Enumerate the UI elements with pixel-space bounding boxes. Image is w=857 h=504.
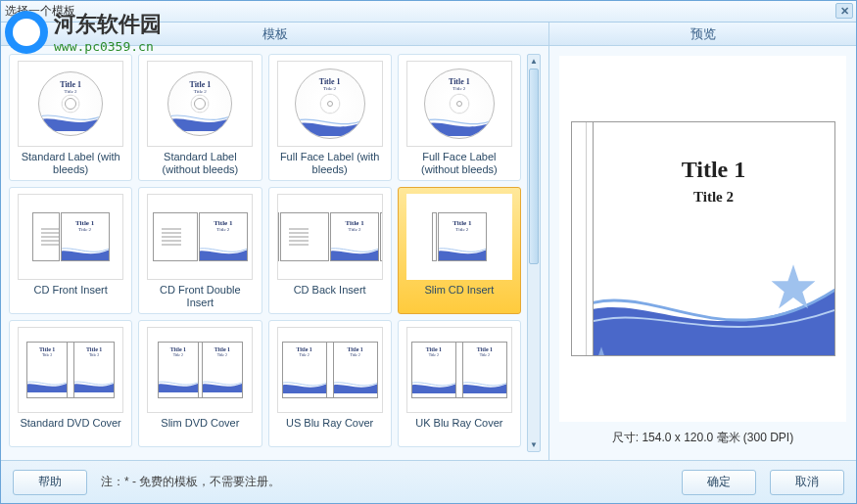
template-thumbnail: Title 1Title 2Title 1Title 2 (406, 327, 512, 413)
template-thumbnail: Title 1Title 2 (277, 194, 383, 280)
template-item[interactable]: Title 1Title 2 Full Face Label (with ble… (268, 54, 392, 181)
template-label: Standard DVD Cover (20, 417, 120, 430)
template-item[interactable]: Title 1Title 2 CD Front Insert (9, 187, 132, 314)
section-headers: 模板 预览 (1, 23, 856, 46)
scroll-up-icon[interactable]: ▲ (528, 55, 540, 68)
close-icon: ✕ (840, 5, 849, 18)
template-label: CD Front Insert (34, 284, 108, 297)
templates-panel: Title 1Title 2 Standard Label (with blee… (1, 46, 549, 460)
template-thumbnail: Title 1Title 2 (277, 61, 383, 147)
template-item[interactable]: Title 1Title 2 Full Face Label (without … (398, 54, 521, 181)
template-item[interactable]: Title 1Title 2Title 1Title 2 US Blu Ray … (268, 320, 392, 447)
preview-front: Title 1 Title 2 (594, 122, 834, 355)
svg-marker-0 (771, 264, 815, 308)
template-thumbnail: Title 1Title 2Title 1Title 2 (18, 327, 123, 413)
template-thumbnail: Title 1Title 2 (147, 61, 253, 147)
template-item[interactable]: Title 1Title 2Title 1Title 2 Slim DVD Co… (138, 320, 262, 447)
preview-title-1: Title 1 (594, 157, 834, 183)
scrollbar-thumb[interactable] (529, 69, 539, 264)
help-button[interactable]: 帮助 (13, 470, 87, 495)
close-button[interactable]: ✕ (835, 3, 853, 19)
template-item[interactable]: Title 1Title 2Title 1Title 2 UK Blu Ray … (398, 320, 521, 447)
template-item[interactable]: Title 1Title 2 CD Back Insert (268, 187, 392, 314)
templates-heading: 模板 (1, 23, 549, 46)
dialog-footer: 帮助 注：* - 免费的模板，不需要注册。 确定 取消 (1, 460, 856, 503)
preview-box: Title 1 Title 2 (559, 56, 846, 422)
template-label: US Blu Ray Cover (286, 417, 373, 430)
template-thumbnail: Title 1Title 2Title 1Title 2 (277, 327, 383, 413)
template-label: UK Blu Ray Cover (415, 417, 502, 430)
cancel-button[interactable]: 取消 (770, 470, 844, 495)
template-item[interactable]: Title 1Title 2 Slim CD Insert (398, 187, 521, 314)
free-template-note: 注：* - 免费的模板，不需要注册。 (101, 474, 280, 490)
ok-button[interactable]: 确定 (682, 470, 756, 495)
template-label: Standard Label (with bleeds) (17, 151, 124, 176)
template-item[interactable]: Title 1Title 2Title 1Title 2 Standard DV… (9, 320, 132, 447)
template-item[interactable]: Title 1Title 2 CD Front Double Insert (138, 187, 262, 314)
titlebar: 选择一个模板 ✕ (1, 1, 856, 23)
template-thumbnail: Title 1Title 2 (18, 61, 123, 147)
template-label: Full Face Label (with bleeds) (276, 151, 384, 176)
template-thumbnail: Title 1Title 2 (18, 194, 123, 280)
preview-image: Title 1 Title 2 (571, 121, 835, 356)
template-thumbnail: Title 1Title 2Title 1Title 2 (147, 327, 253, 413)
window-title: 选择一个模板 (5, 3, 75, 20)
preview-title-2: Title 2 (594, 189, 834, 206)
preview-heading: 预览 (549, 23, 856, 46)
template-label: Full Face Label (without bleeds) (405, 151, 513, 176)
template-item[interactable]: Title 1Title 2 Standard Label (with blee… (9, 54, 132, 181)
preview-dimensions: 尺寸: 154.0 x 120.0 毫米 (300 DPI) (559, 422, 846, 450)
preview-panel: Title 1 Title 2 尺寸: (549, 46, 856, 460)
dialog-window: 选择一个模板 ✕ 河东软件园 www.pc0359.cn 模板 预览 Title… (0, 0, 857, 504)
template-thumbnail: Title 1Title 2 (406, 61, 512, 147)
preview-spine (572, 122, 594, 355)
template-thumbnail: Title 1Title 2 (406, 194, 512, 280)
template-label: CD Back Insert (294, 284, 366, 297)
template-label: Slim DVD Cover (161, 417, 239, 430)
template-label: CD Front Double Insert (146, 284, 254, 309)
template-item[interactable]: Title 1Title 2 Standard Label (without b… (138, 54, 262, 181)
templates-grid: Title 1Title 2 Standard Label (with blee… (9, 54, 527, 447)
scroll-down-icon[interactable]: ▼ (528, 438, 540, 451)
template-thumbnail: Title 1Title 2 (147, 194, 253, 280)
templates-scrollbar[interactable]: ▲ ▼ (527, 54, 541, 452)
template-label: Standard Label (without bleeds) (146, 151, 254, 176)
wave-graphic-icon (594, 228, 834, 355)
template-label: Slim CD Insert (424, 284, 494, 297)
